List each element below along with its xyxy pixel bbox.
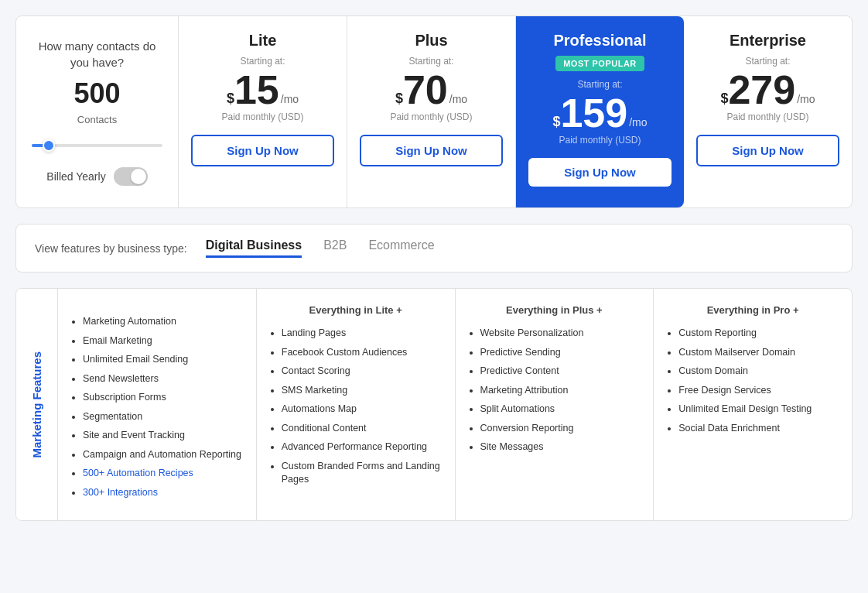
plan-plus: Plus Starting at: $ 70 /mo Paid monthly …	[347, 16, 516, 207]
plan-lite-mo: /mo	[281, 93, 299, 105]
plan-enterprise-starting: Starting at:	[745, 56, 790, 67]
feature-col-professional-header: Everything in Plus +	[468, 304, 641, 316]
plan-professional-amount: 159	[560, 93, 627, 133]
contacts-slider[interactable]	[32, 144, 162, 147]
list-item: Conditional Content	[282, 422, 443, 436]
list-item: Custom Branded Forms and Landing Pages	[282, 460, 443, 487]
list-item: Unlimited Email Sending	[83, 353, 244, 367]
view-features-label: View features by business type:	[35, 242, 187, 255]
plan-plus-name: Plus	[415, 32, 447, 50]
list-item: Contact Scoring	[282, 365, 443, 379]
list-item: Segmentation	[83, 410, 244, 424]
plan-lite-amount: 15	[234, 70, 279, 110]
list-item: Subscription Forms	[83, 391, 244, 405]
feature-col-professional: Everything in Plus + Website Personaliza…	[456, 289, 654, 520]
plan-enterprise-signup-button[interactable]: Sign Up Now	[696, 135, 839, 166]
feature-col-lite: Marketing Automation Email Marketing Unl…	[58, 289, 257, 520]
list-item: Marketing Attribution	[480, 384, 641, 398]
plan-enterprise-paid: Paid monthly (USD)	[726, 111, 808, 122]
contacts-number: 500	[73, 80, 120, 108]
plan-professional-dollar: $	[552, 115, 560, 129]
billed-yearly-toggle[interactable]	[114, 167, 148, 186]
tab-digital-business[interactable]: Digital Business	[206, 238, 302, 258]
list-item: Conversion Reporting	[480, 422, 641, 436]
plan-enterprise-name: Enterprise	[730, 32, 806, 50]
list-item: Social Data Enrichment	[678, 422, 839, 436]
list-item: Split Automations	[480, 403, 641, 416]
plan-plus-signup-button[interactable]: Sign Up Now	[360, 135, 503, 166]
plan-plus-dollar: $	[395, 91, 403, 105]
contacts-panel: How many contacts do you have? 500 Conta…	[16, 16, 179, 207]
plan-plus-starting: Starting at:	[408, 56, 453, 67]
plan-lite-starting: Starting at:	[240, 56, 285, 67]
pricing-section: How many contacts do you have? 500 Conta…	[15, 15, 853, 208]
feature-list-enterprise: Custom Reporting Custom Mailserver Domai…	[666, 327, 839, 435]
plan-lite-paid: Paid monthly (USD)	[221, 111, 303, 122]
business-type-tabs: Digital Business B2B Ecommerce	[206, 238, 435, 258]
list-item: Custom Reporting	[678, 327, 839, 341]
list-item: SMS Marketing	[282, 384, 443, 398]
plan-lite-name: Lite	[249, 32, 277, 50]
list-item: Campaign and Automation Reporting	[83, 448, 244, 462]
feature-section-label: Marketing Features	[30, 351, 43, 458]
toggle-thumb	[131, 169, 146, 184]
list-item: Email Marketing	[83, 334, 244, 348]
list-item[interactable]: 500+ Automation Recipes	[83, 467, 244, 481]
plan-professional-price-row: $ 159 /mo	[552, 93, 647, 133]
plan-lite-price-row: $ 15 /mo	[227, 70, 299, 110]
list-item: Predictive Content	[480, 365, 641, 379]
automation-recipes-link[interactable]: 500+ Automation Recipes	[83, 468, 193, 478]
feature-label-column: Marketing Features	[16, 289, 58, 520]
list-item: Advanced Performance Reporting	[282, 440, 443, 454]
plan-lite-signup-button[interactable]: Sign Up Now	[191, 135, 334, 166]
integrations-link[interactable]: 300+ Integrations	[83, 487, 158, 498]
feature-columns: Marketing Automation Email Marketing Unl…	[58, 289, 852, 520]
plan-plus-price-row: $ 70 /mo	[395, 70, 467, 110]
feature-col-enterprise-header: Everything in Pro +	[666, 304, 839, 316]
features-toggle-bar: View features by business type: Digital …	[15, 224, 853, 273]
plan-enterprise: Enterprise Starting at: $ 279 /mo Paid m…	[684, 16, 852, 207]
most-popular-badge: MOST POPULAR	[555, 56, 644, 71]
tab-b2b[interactable]: B2B	[323, 238, 347, 258]
feature-list-lite: Marketing Automation Email Marketing Unl…	[70, 315, 244, 499]
list-item: Site and Event Tracking	[83, 429, 244, 443]
feature-list-professional: Website Personalization Predictive Sendi…	[468, 327, 641, 454]
list-item: Free Design Services	[678, 384, 839, 398]
list-item: Unlimited Email Design Testing	[678, 403, 839, 416]
contacts-label: Contacts	[77, 114, 117, 125]
plan-enterprise-dollar: $	[720, 91, 728, 105]
feature-col-plus: Everything in Lite + Landing Pages Faceb…	[257, 289, 456, 520]
contacts-question: How many contacts do you have?	[32, 38, 162, 70]
list-item: Website Personalization	[480, 327, 641, 341]
plan-enterprise-amount: 279	[728, 70, 795, 110]
list-item: Facebook Custom Audiences	[282, 346, 443, 360]
plan-professional: Professional MOST POPULAR Starting at: $…	[516, 16, 684, 207]
list-item: Landing Pages	[282, 327, 443, 341]
plan-professional-starting: Starting at:	[577, 79, 622, 90]
feature-table: Marketing Features Marketing Automation …	[15, 288, 853, 521]
billed-row: Billed Yearly	[46, 167, 147, 186]
plan-professional-name: Professional	[553, 32, 646, 50]
list-item: Send Newsletters	[83, 372, 244, 386]
slider-thumb	[43, 139, 55, 152]
plan-lite: Lite Starting at: $ 15 /mo Paid monthly …	[179, 16, 347, 207]
feature-col-enterprise: Everything in Pro + Custom Reporting Cus…	[654, 289, 852, 520]
list-item: Predictive Sending	[480, 346, 641, 360]
list-item: Marketing Automation	[83, 315, 244, 329]
plan-professional-mo: /mo	[629, 116, 647, 129]
plan-professional-signup-button[interactable]: Sign Up Now	[528, 158, 672, 187]
list-item: Custom Domain	[678, 365, 839, 379]
list-item: Automations Map	[282, 403, 443, 416]
plan-plus-mo: /mo	[449, 93, 467, 105]
list-item: Custom Mailserver Domain	[678, 346, 839, 360]
plan-plus-paid: Paid monthly (USD)	[390, 111, 472, 122]
plan-plus-amount: 70	[403, 70, 448, 110]
slider-track	[32, 144, 162, 147]
list-item[interactable]: 300+ Integrations	[83, 486, 244, 500]
feature-col-plus-header: Everything in Lite +	[269, 304, 443, 316]
plan-enterprise-mo: /mo	[797, 93, 815, 105]
feature-list-plus: Landing Pages Facebook Custom Audiences …	[269, 327, 443, 487]
list-item: Site Messages	[480, 440, 641, 454]
tab-ecommerce[interactable]: Ecommerce	[368, 238, 434, 258]
plan-enterprise-price-row: $ 279 /mo	[720, 70, 815, 110]
